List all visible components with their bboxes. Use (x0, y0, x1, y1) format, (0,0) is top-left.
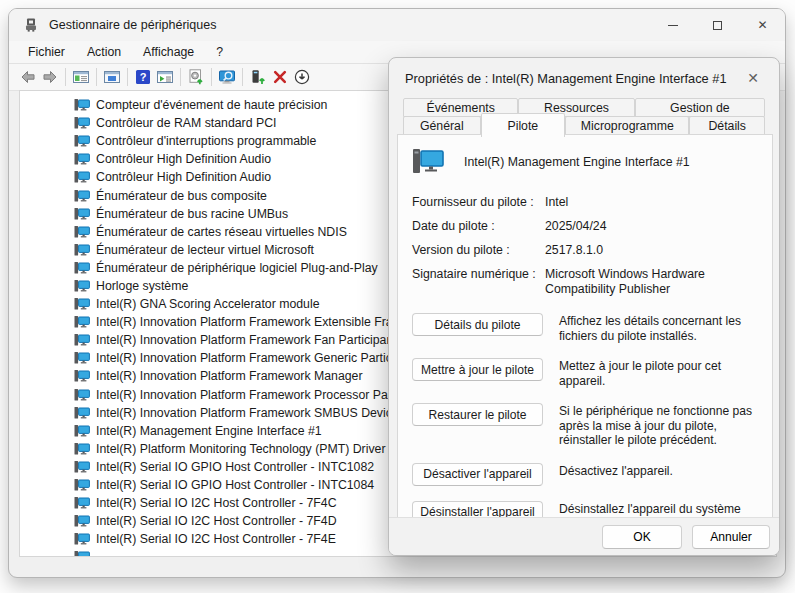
search-devices-icon[interactable] (216, 66, 238, 88)
ok-button[interactable]: OK (602, 525, 682, 549)
back-icon[interactable] (17, 66, 39, 88)
system-device-icon (74, 460, 90, 474)
tree-item-label: Contrôleur High Definition Audio (96, 170, 271, 184)
tree-item-label: Énumérateur de cartes réseau virtuelles … (96, 225, 347, 239)
tree-item-label: Contrôleur d'interruptions programmable (96, 134, 316, 148)
toolbar-separator (127, 68, 128, 86)
forward-icon[interactable] (39, 66, 61, 88)
tree-item-label: Intel(R) Innovation Platform Framework G… (96, 351, 401, 365)
tab-d-tails[interactable]: Détails (689, 116, 765, 135)
tree-item-label: Intel(R) Serial IO GPIO Host Controller … (96, 478, 374, 492)
tree-item-label: Intel(R) Serial IO I2C Host Controller -… (96, 532, 336, 546)
system-device-icon (74, 152, 90, 166)
action-row: Restaurer le piloteSi le périphérique ne… (412, 403, 758, 448)
maximize-icon (713, 21, 722, 30)
system-device-icon (74, 98, 90, 112)
device-header: Intel(R) Management Engine Interface #1 (412, 147, 758, 177)
action-pane-icon[interactable] (154, 66, 176, 88)
console-tree-icon[interactable] (70, 66, 92, 88)
tree-item-label: Intel(R) Innovation Platform Framework S… (96, 406, 399, 420)
action-description: Affichez les détails concernant les fich… (543, 313, 758, 343)
system-device-icon (74, 315, 90, 329)
field-value: Intel (545, 195, 758, 210)
properties-icon[interactable] (101, 66, 123, 88)
tree-item-label: Intel(R) Innovation Platform Framework F… (96, 333, 397, 347)
system-device-icon (74, 442, 90, 456)
system-device-icon (74, 369, 90, 383)
action-button-mettre-jour-le-pilote[interactable]: Mettre à jour le pilote (412, 358, 543, 381)
system-device-icon (74, 261, 90, 275)
menu-item-2[interactable]: Affichage (134, 43, 203, 61)
field-value: Microsoft Windows Hardware Compatibility… (545, 267, 758, 297)
field-row: Fournisseur du pilote :Intel (412, 195, 758, 210)
field-value: 2517.8.1.0 (545, 243, 758, 258)
toolbar-separator (96, 68, 97, 86)
tab-microprogramme[interactable]: Microprogramme (565, 116, 689, 135)
action-button-restaurer-le-pilote[interactable]: Restaurer le pilote (412, 403, 543, 426)
titlebar: Gestionnaire de périphériques ✕ (9, 9, 785, 41)
system-device-icon (74, 424, 90, 438)
uninstall-icon[interactable] (269, 66, 291, 88)
action-description: Mettez à jour le pilote pour cet apparei… (543, 358, 758, 388)
system-device-icon (74, 134, 90, 148)
system-device-icon (74, 333, 90, 347)
system-device-icon (74, 225, 90, 239)
window-title: Gestionnaire de périphériques (49, 18, 650, 32)
tab-pilote[interactable]: Pilote (481, 113, 566, 137)
tree-item-label: Contrôleur High Definition Audio (96, 152, 271, 166)
action-button-d-sactiver-l-appareil[interactable]: Désactiver l'appareil (412, 463, 543, 486)
cancel-button[interactable]: Annuler (692, 525, 770, 549)
tab-gestion-de-l-alimentation[interactable]: Gestion de l'alimentation (635, 98, 765, 117)
tree-item-label: Intel(R) Management Engine Interface #1 (96, 424, 322, 438)
dialog-close-button[interactable]: ✕ (743, 68, 763, 88)
tree-item-label: Énumérateur de bus composite (96, 189, 267, 203)
tree-item-label: Intel(R) Platform Monitoring Technology … (96, 442, 386, 456)
svg-text:?: ? (140, 71, 147, 83)
minimize-button[interactable] (650, 9, 695, 41)
tree-item-label: Intel(R) Innovation Platform Framework M… (96, 369, 363, 383)
help-icon[interactable]: ? (132, 66, 154, 88)
device-manager-app-icon (23, 17, 39, 33)
action-button-d-tails-du-pilote[interactable]: Détails du pilote (412, 313, 543, 336)
field-row: Signataire numérique :Microsoft Windows … (412, 267, 758, 297)
maximize-button[interactable] (695, 9, 740, 41)
field-row: Version du pilote :2517.8.1.0 (412, 243, 758, 258)
tab-g-n-ral[interactable]: Général (403, 116, 481, 135)
system-device-icon (74, 388, 90, 402)
tab-strip: ÉvénementsRessourcesGestion de l'aliment… (403, 98, 765, 139)
tree-item-label: Énumérateur de bus racine UMBus (96, 207, 288, 221)
scan-hardware-icon[interactable] (185, 66, 207, 88)
dialog-titlebar: Propriétés de : Intel(R) Management Engi… (389, 58, 779, 98)
close-icon: ✕ (747, 70, 759, 86)
disable-icon[interactable] (291, 66, 313, 88)
action-description: Si le périphérique ne fonctionne pas apr… (543, 403, 758, 448)
system-device-icon (412, 147, 444, 177)
dialog-title: Propriétés de : Intel(R) Management Engi… (405, 71, 743, 86)
minimize-icon (668, 25, 678, 26)
toolbar-separator (242, 68, 243, 86)
driver-actions: Détails du piloteAffichez les détails co… (412, 313, 758, 531)
dialog-footer: OK Annuler (389, 517, 779, 555)
driver-tab-panel: Intel(R) Management Engine Interface #1 … (397, 134, 773, 519)
field-label: Signataire numérique : (412, 267, 545, 297)
tree-item-label: Intel(R) Serial IO GPIO Host Controller … (96, 460, 374, 474)
tree-item-label: Compteur d'événement de haute précision (96, 98, 327, 112)
toolbar-separator (211, 68, 212, 86)
properties-dialog: Propriétés de : Intel(R) Management Engi… (388, 57, 780, 556)
system-device-icon (74, 207, 90, 221)
menu-item-0[interactable]: Fichier (19, 43, 74, 61)
system-device-icon (74, 189, 90, 203)
menu-item-1[interactable]: Action (78, 43, 130, 61)
system-device-icon (74, 116, 90, 130)
tree-item-label: Intel(R) Innovation Platform Framework P… (96, 388, 398, 402)
menu-item-3[interactable]: ? (207, 43, 232, 61)
system-device-icon (74, 351, 90, 365)
tree-item-label: Énumérateur de périphérique logiciel Plu… (96, 261, 378, 275)
action-description: Désactivez l'appareil. (543, 463, 758, 479)
update-driver-icon[interactable] (247, 66, 269, 88)
close-button[interactable]: ✕ (740, 9, 785, 41)
driver-fields: Fournisseur du pilote :IntelDate du pilo… (412, 195, 758, 297)
action-row: Mettre à jour le piloteMettez à jour le … (412, 358, 758, 388)
device-name: Intel(R) Management Engine Interface #1 (464, 155, 690, 169)
system-device-icon (74, 406, 90, 420)
